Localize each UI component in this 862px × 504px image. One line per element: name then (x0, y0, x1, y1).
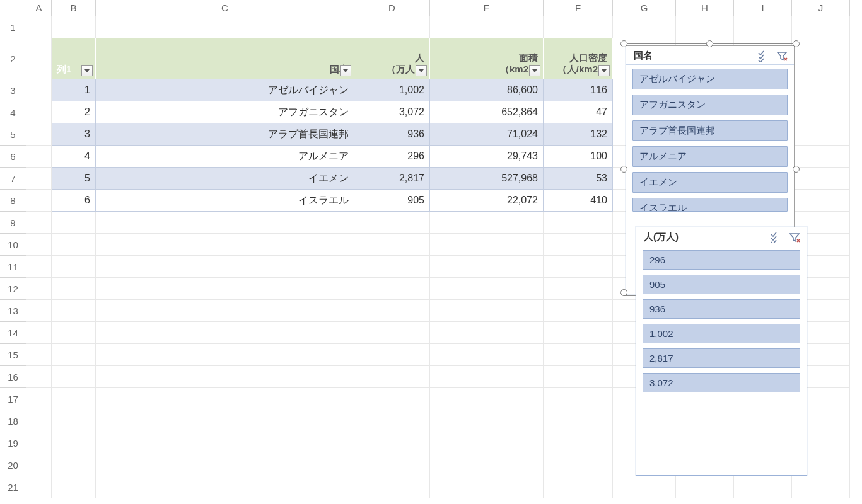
table-header-country[interactable]: 国名 (96, 38, 354, 79)
row-header-9[interactable]: 9 (0, 212, 26, 234)
cell[interactable] (544, 16, 613, 38)
cell-country[interactable]: アゼルバイジャン (96, 79, 354, 101)
cell-pop[interactable]: 2,817 (354, 168, 430, 190)
cell-dens[interactable]: 132 (544, 123, 613, 146)
cell[interactable] (354, 16, 430, 38)
col-header-C[interactable]: C (96, 0, 354, 16)
cell[interactable] (26, 79, 52, 101)
col-header-G[interactable]: G (613, 0, 676, 16)
cell[interactable] (26, 123, 52, 146)
cell-area[interactable]: 652,864 (430, 101, 544, 123)
col-header-D[interactable]: D (354, 0, 430, 16)
cell-country[interactable]: イスラエル (96, 190, 354, 212)
cell-country[interactable]: イエメン (96, 168, 354, 190)
cell-pop[interactable]: 296 (354, 146, 430, 168)
cell[interactable] (792, 123, 850, 146)
row-header-21[interactable]: 21 (0, 476, 26, 498)
slicer-header[interactable]: 人(万人) (636, 227, 807, 246)
multi-select-icon[interactable] (757, 50, 769, 62)
filter-dropdown-button[interactable] (340, 65, 351, 76)
cell-dens[interactable]: 53 (544, 168, 613, 190)
cell[interactable] (676, 16, 734, 38)
col-header-B[interactable]: B (52, 0, 96, 16)
table-header-area[interactable]: 面積 （km2） (430, 38, 544, 79)
row-header-11[interactable]: 11 (0, 256, 26, 278)
row-header-8[interactable]: 8 (0, 190, 26, 212)
row-header-17[interactable]: 17 (0, 388, 26, 410)
cell-dens[interactable]: 47 (544, 101, 613, 123)
slicer-item[interactable]: 905 (643, 275, 800, 294)
col-header-A[interactable]: A (26, 0, 52, 16)
cell[interactable] (792, 168, 850, 190)
cell-n[interactable]: 5 (52, 168, 96, 190)
col-header-F[interactable]: F (544, 0, 613, 16)
cell[interactable] (792, 101, 850, 123)
slicer-header[interactable]: 国名 (626, 46, 794, 65)
cell[interactable] (26, 101, 52, 123)
cell[interactable] (26, 190, 52, 212)
select-all-corner[interactable] (0, 0, 26, 16)
table-header-col1[interactable]: 列1 (52, 38, 96, 79)
slicer-item[interactable]: アラブ首長国連邦 (632, 120, 788, 141)
row-header-12[interactable]: 12 (0, 278, 26, 300)
row-header-3[interactable]: 3 (0, 79, 26, 101)
cell[interactable] (26, 146, 52, 168)
cell-area[interactable]: 29,743 (430, 146, 544, 168)
cell-n[interactable]: 3 (52, 123, 96, 146)
row-header-18[interactable]: 18 (0, 410, 26, 432)
cell-area[interactable]: 86,600 (430, 79, 544, 101)
cell-country[interactable]: アフガニスタン (96, 101, 354, 123)
col-header-H[interactable]: H (676, 0, 734, 16)
resize-handle[interactable] (620, 289, 627, 296)
cell[interactable] (26, 168, 52, 190)
cell[interactable] (734, 16, 792, 38)
row-header-19[interactable]: 19 (0, 432, 26, 454)
row-header-2[interactable]: 2 (0, 38, 26, 79)
row-header-16[interactable]: 16 (0, 366, 26, 388)
resize-handle[interactable] (706, 40, 713, 47)
clear-filter-icon[interactable] (776, 50, 788, 62)
slicer-item[interactable]: イスラエル (632, 198, 788, 212)
filter-dropdown-button[interactable] (81, 65, 93, 76)
filter-dropdown-button[interactable] (529, 65, 540, 76)
cell[interactable] (792, 38, 850, 79)
slicer-item[interactable]: アフガニスタン (632, 94, 788, 115)
row-header-1[interactable]: 1 (0, 16, 26, 38)
row-header-10[interactable]: 10 (0, 234, 26, 256)
cell-dens[interactable]: 100 (544, 146, 613, 168)
cell-dens[interactable]: 410 (544, 190, 613, 212)
col-header-J[interactable]: J (792, 0, 850, 16)
row-header-7[interactable]: 7 (0, 168, 26, 190)
cell[interactable] (792, 16, 850, 38)
cell-pop[interactable]: 3,072 (354, 101, 430, 123)
cell-n[interactable]: 6 (52, 190, 96, 212)
cell[interactable] (792, 190, 850, 212)
cell-area[interactable]: 527,968 (430, 168, 544, 190)
table-header-population[interactable]: 人 （万人） (354, 38, 430, 79)
cell-n[interactable]: 4 (52, 146, 96, 168)
col-header-I[interactable]: I (734, 0, 792, 16)
cell[interactable] (26, 16, 52, 38)
row-header-14[interactable]: 14 (0, 322, 26, 344)
row-header-15[interactable]: 15 (0, 344, 26, 366)
cell-area[interactable]: 22,072 (430, 190, 544, 212)
slicer-item[interactable]: 296 (643, 250, 800, 270)
cell[interactable] (96, 16, 354, 38)
cell-country[interactable]: アルメニア (96, 146, 354, 168)
cell[interactable] (792, 146, 850, 168)
slicer-item[interactable]: イエメン (632, 172, 788, 193)
row-header-13[interactable]: 13 (0, 300, 26, 322)
cell-n[interactable]: 1 (52, 79, 96, 101)
cell-pop[interactable]: 936 (354, 123, 430, 146)
slicer-population[interactable]: 人(万人) 296 905 936 1,002 2,817 3,072 (636, 227, 807, 476)
row-header-5[interactable]: 5 (0, 123, 26, 146)
filter-dropdown-button[interactable] (416, 65, 427, 76)
cell-pop[interactable]: 905 (354, 190, 430, 212)
slicer-item[interactable]: 1,002 (643, 324, 800, 343)
resize-handle[interactable] (793, 166, 800, 173)
cell[interactable] (792, 79, 850, 101)
table-header-density[interactable]: 人口密度 （人/km2） (544, 38, 613, 79)
clear-filter-icon[interactable] (789, 232, 800, 243)
filter-dropdown-button[interactable] (598, 65, 610, 76)
slicer-item[interactable]: アゼルバイジャン (632, 69, 788, 89)
